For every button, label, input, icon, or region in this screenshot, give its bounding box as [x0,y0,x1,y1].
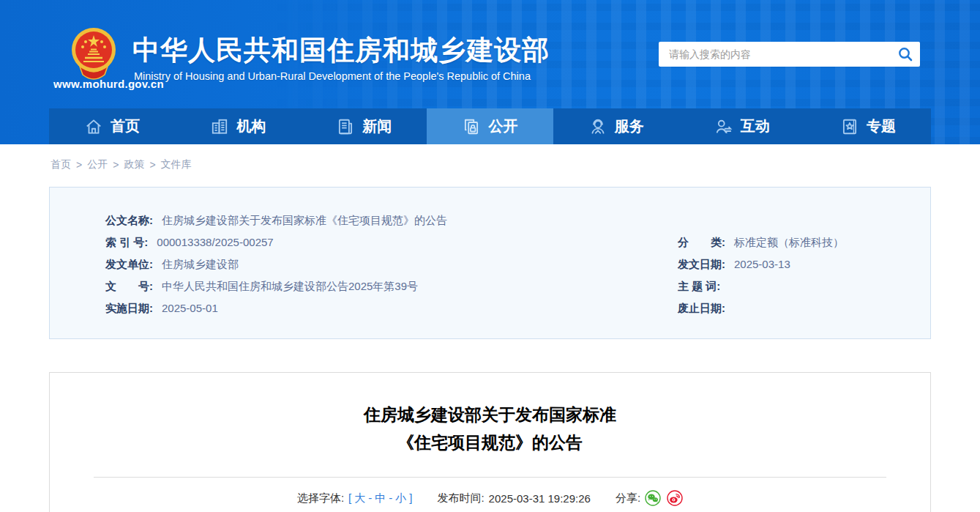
font-size-medium-button[interactable]: 中 [375,491,386,504]
article-box: 住房城乡建设部关于发布国家标准 《住宅项目规范》的公告 选择字体: [大-中-小… [49,372,931,512]
search-input[interactable] [659,48,891,60]
font-picker-open-bracket: [ [348,491,351,504]
nav-label: 机构 [236,116,266,136]
info-label: 主 题 词: [678,280,720,292]
search-box [659,42,920,67]
info-value: 000013338/2025-00257 [157,236,273,248]
nav-label: 服务 [615,116,644,136]
nav-item-news[interactable]: 新闻 [301,108,427,144]
info-label: 实施日期: [105,302,153,314]
font-size-large-button[interactable]: 大 [354,491,365,504]
breadcrumb-item-disclosure[interactable]: 公开 [87,158,108,171]
publish-time-group: 发布时间: 2025-03-31 19:29:26 [437,491,590,505]
info-label: 发文单位: [105,258,153,270]
info-row-issue-date: 发文日期:2025-03-13 [678,253,844,275]
article-title-line1: 住房城乡建设部关于发布国家标准 [50,401,930,428]
search-button[interactable] [891,42,920,67]
nav-item-home[interactable]: 首页 [49,108,175,144]
info-row-implementation-date: 实施日期:2025-05-01 [105,297,447,319]
nav-label: 公开 [488,116,517,136]
font-picker-controls: [大-中-小] [348,491,412,505]
info-value: 2025-03-13 [734,258,790,270]
font-picker-close-bracket: ] [409,491,412,504]
site-subtitle-english: Ministry of Housing and Urban-Rural Deve… [134,70,531,82]
info-row-category: 分 类:标准定额（标准科技） [678,231,844,253]
page: www.mohurd.gov.cn 中华人民共和国住房和城乡建设部 Minist… [0,0,980,512]
breadcrumb-item-document-library[interactable]: 文件库 [161,158,192,171]
share-label: 分享: [616,491,640,505]
font-picker-separator: - [389,491,392,504]
breadcrumb-separator: > [76,159,82,171]
info-row-index-number: 索 引 号:000013338/2025-00257 [105,231,447,253]
interaction-icon [714,117,733,136]
publish-time-label: 发布时间: [437,491,484,505]
article-title: 住房城乡建设部关于发布国家标准 《住宅项目规范》的公告 [50,401,930,456]
info-value: 中华人民共和国住房和城乡建设部公告2025年第39号 [162,280,418,292]
breadcrumb: 首页 > 公开 > 政策 > 文件库 [51,158,192,171]
info-label: 索 引 号: [105,236,148,248]
nav-item-organization[interactable]: 机构 [175,108,301,144]
nav-item-disclosure[interactable]: 公开 [427,108,553,144]
organization-icon [210,117,229,136]
info-value: 2025-05-01 [162,302,218,314]
nav-label: 专题 [867,116,896,136]
nav-item-interaction[interactable]: 互动 [679,108,805,144]
share-group: 分享: [616,490,683,506]
nav-item-services[interactable]: 服务 [553,108,679,144]
wechat-share-icon[interactable] [645,490,661,506]
info-row-document-name: 公文名称:住房城乡建设部关于发布国家标准《住宅项目规范》的公告 [105,209,447,231]
topics-icon [840,117,859,136]
info-row-issuing-unit: 发文单位:住房城乡建设部 [105,253,447,275]
document-info-left-column: 公文名称:住房城乡建设部关于发布国家标准《住宅项目规范》的公告 索 引 号:00… [105,209,447,319]
font-picker-separator: - [368,491,372,504]
info-value: 住房城乡建设部 [162,258,239,270]
nav-item-topics[interactable]: 专题 [805,108,931,144]
site-title: 中华人民共和国住房和城乡建设部 [132,32,550,69]
weibo-share-icon[interactable] [667,490,683,506]
info-label: 文 号: [105,280,153,292]
info-value: 住房城乡建设部关于发布国家标准《住宅项目规范》的公告 [162,214,447,226]
breadcrumb-separator: > [149,159,155,171]
home-icon [84,117,103,136]
info-row-subject-words: 主 题 词: [678,275,844,297]
disclosure-icon [462,117,481,136]
services-icon [588,117,607,136]
article-meta-row: 选择字体: [大-中-小] 发布时间: 2025-03-31 19:29:26 … [50,490,930,506]
nav-label: 新闻 [362,116,392,136]
national-emblem-icon [70,26,118,85]
info-value: 标准定额（标准科技） [734,236,844,248]
font-picker-label: 选择字体: [297,491,344,505]
document-info-box: 公文名称:住房城乡建设部关于发布国家标准《住宅项目规范》的公告 索 引 号:00… [49,187,931,339]
main-nav: 首页 机构 新闻 公开 [49,108,931,144]
font-size-picker: 选择字体: [大-中-小] [297,491,413,505]
nav-label: 首页 [111,116,140,136]
article-divider [94,477,886,478]
info-row-repeal-date: 废止日期: [678,297,844,319]
document-info-right-column: 分 类:标准定额（标准科技） 发文日期:2025-03-13 主 题 词: 废止… [678,231,844,319]
search-icon [897,46,913,62]
breadcrumb-item-home[interactable]: 首页 [51,158,71,171]
info-label: 废止日期: [678,302,725,314]
info-row-document-number: 文 号:中华人民共和国住房和城乡建设部公告2025年第39号 [105,275,447,297]
info-label: 分 类: [678,236,725,248]
news-icon [336,117,355,136]
info-label: 公文名称: [105,214,153,226]
breadcrumb-item-policy[interactable]: 政策 [124,158,144,171]
breadcrumb-separator: > [113,159,119,171]
publish-time-value: 2025-03-31 19:29:26 [489,492,591,505]
nav-label: 互动 [741,116,770,136]
font-size-small-button[interactable]: 小 [395,491,406,504]
share-icons [645,490,683,506]
article-title-line2: 《住宅项目规范》的公告 [50,428,930,456]
info-label: 发文日期: [678,258,725,270]
